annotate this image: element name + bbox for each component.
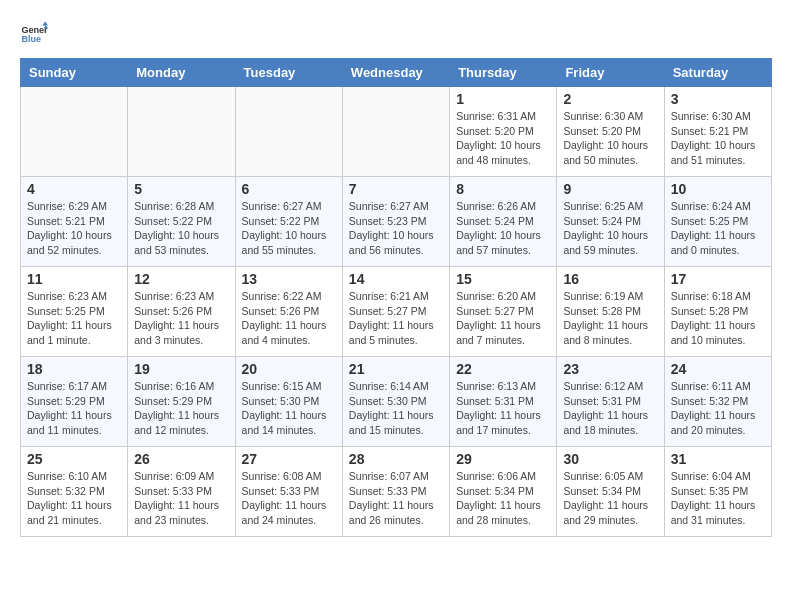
calendar-cell: 18Sunrise: 6:17 AM Sunset: 5:29 PM Dayli…: [21, 357, 128, 447]
day-number: 30: [563, 451, 657, 467]
calendar-week-row: 1Sunrise: 6:31 AM Sunset: 5:20 PM Daylig…: [21, 87, 772, 177]
day-info: Sunrise: 6:12 AM Sunset: 5:31 PM Dayligh…: [563, 379, 657, 438]
day-info: Sunrise: 6:05 AM Sunset: 5:34 PM Dayligh…: [563, 469, 657, 528]
day-number: 18: [27, 361, 121, 377]
page-header: General Blue: [20, 20, 772, 48]
day-info: Sunrise: 6:29 AM Sunset: 5:21 PM Dayligh…: [27, 199, 121, 258]
day-number: 5: [134, 181, 228, 197]
day-number: 28: [349, 451, 443, 467]
day-number: 13: [242, 271, 336, 287]
calendar-cell: [342, 87, 449, 177]
calendar-cell: 16Sunrise: 6:19 AM Sunset: 5:28 PM Dayli…: [557, 267, 664, 357]
calendar-cell: 9Sunrise: 6:25 AM Sunset: 5:24 PM Daylig…: [557, 177, 664, 267]
day-of-week-header: Wednesday: [342, 59, 449, 87]
day-number: 31: [671, 451, 765, 467]
day-of-week-header: Thursday: [450, 59, 557, 87]
calendar-week-row: 4Sunrise: 6:29 AM Sunset: 5:21 PM Daylig…: [21, 177, 772, 267]
calendar-cell: 31Sunrise: 6:04 AM Sunset: 5:35 PM Dayli…: [664, 447, 771, 537]
logo: General Blue: [20, 20, 48, 48]
day-of-week-header: Friday: [557, 59, 664, 87]
calendar-cell: 17Sunrise: 6:18 AM Sunset: 5:28 PM Dayli…: [664, 267, 771, 357]
logo-icon: General Blue: [20, 20, 48, 48]
calendar-cell: 29Sunrise: 6:06 AM Sunset: 5:34 PM Dayli…: [450, 447, 557, 537]
calendar-cell: 14Sunrise: 6:21 AM Sunset: 5:27 PM Dayli…: [342, 267, 449, 357]
calendar-header-row: SundayMondayTuesdayWednesdayThursdayFrid…: [21, 59, 772, 87]
day-number: 29: [456, 451, 550, 467]
day-info: Sunrise: 6:14 AM Sunset: 5:30 PM Dayligh…: [349, 379, 443, 438]
day-number: 9: [563, 181, 657, 197]
day-info: Sunrise: 6:19 AM Sunset: 5:28 PM Dayligh…: [563, 289, 657, 348]
day-info: Sunrise: 6:31 AM Sunset: 5:20 PM Dayligh…: [456, 109, 550, 168]
day-info: Sunrise: 6:15 AM Sunset: 5:30 PM Dayligh…: [242, 379, 336, 438]
calendar-cell: 4Sunrise: 6:29 AM Sunset: 5:21 PM Daylig…: [21, 177, 128, 267]
day-number: 11: [27, 271, 121, 287]
day-number: 2: [563, 91, 657, 107]
calendar-week-row: 25Sunrise: 6:10 AM Sunset: 5:32 PM Dayli…: [21, 447, 772, 537]
calendar-cell: 25Sunrise: 6:10 AM Sunset: 5:32 PM Dayli…: [21, 447, 128, 537]
day-of-week-header: Monday: [128, 59, 235, 87]
day-info: Sunrise: 6:27 AM Sunset: 5:22 PM Dayligh…: [242, 199, 336, 258]
day-number: 20: [242, 361, 336, 377]
day-number: 25: [27, 451, 121, 467]
day-info: Sunrise: 6:06 AM Sunset: 5:34 PM Dayligh…: [456, 469, 550, 528]
calendar-cell: 23Sunrise: 6:12 AM Sunset: 5:31 PM Dayli…: [557, 357, 664, 447]
day-number: 12: [134, 271, 228, 287]
day-info: Sunrise: 6:16 AM Sunset: 5:29 PM Dayligh…: [134, 379, 228, 438]
day-info: Sunrise: 6:22 AM Sunset: 5:26 PM Dayligh…: [242, 289, 336, 348]
day-number: 15: [456, 271, 550, 287]
day-number: 3: [671, 91, 765, 107]
day-info: Sunrise: 6:25 AM Sunset: 5:24 PM Dayligh…: [563, 199, 657, 258]
day-info: Sunrise: 6:21 AM Sunset: 5:27 PM Dayligh…: [349, 289, 443, 348]
day-info: Sunrise: 6:04 AM Sunset: 5:35 PM Dayligh…: [671, 469, 765, 528]
calendar-cell: [128, 87, 235, 177]
calendar-cell: 3Sunrise: 6:30 AM Sunset: 5:21 PM Daylig…: [664, 87, 771, 177]
calendar-cell: 2Sunrise: 6:30 AM Sunset: 5:20 PM Daylig…: [557, 87, 664, 177]
calendar-cell: 13Sunrise: 6:22 AM Sunset: 5:26 PM Dayli…: [235, 267, 342, 357]
svg-text:Blue: Blue: [21, 34, 41, 44]
calendar-cell: 30Sunrise: 6:05 AM Sunset: 5:34 PM Dayli…: [557, 447, 664, 537]
calendar-cell: 28Sunrise: 6:07 AM Sunset: 5:33 PM Dayli…: [342, 447, 449, 537]
calendar-week-row: 11Sunrise: 6:23 AM Sunset: 5:25 PM Dayli…: [21, 267, 772, 357]
day-number: 26: [134, 451, 228, 467]
day-info: Sunrise: 6:09 AM Sunset: 5:33 PM Dayligh…: [134, 469, 228, 528]
day-number: 21: [349, 361, 443, 377]
svg-marker-2: [42, 21, 48, 25]
day-info: Sunrise: 6:28 AM Sunset: 5:22 PM Dayligh…: [134, 199, 228, 258]
calendar-cell: 22Sunrise: 6:13 AM Sunset: 5:31 PM Dayli…: [450, 357, 557, 447]
day-number: 7: [349, 181, 443, 197]
day-of-week-header: Tuesday: [235, 59, 342, 87]
day-info: Sunrise: 6:07 AM Sunset: 5:33 PM Dayligh…: [349, 469, 443, 528]
calendar-cell: 19Sunrise: 6:16 AM Sunset: 5:29 PM Dayli…: [128, 357, 235, 447]
day-number: 24: [671, 361, 765, 377]
day-number: 19: [134, 361, 228, 377]
svg-text:General: General: [21, 25, 48, 35]
day-info: Sunrise: 6:26 AM Sunset: 5:24 PM Dayligh…: [456, 199, 550, 258]
calendar-cell: 1Sunrise: 6:31 AM Sunset: 5:20 PM Daylig…: [450, 87, 557, 177]
day-info: Sunrise: 6:23 AM Sunset: 5:25 PM Dayligh…: [27, 289, 121, 348]
calendar-cell: 15Sunrise: 6:20 AM Sunset: 5:27 PM Dayli…: [450, 267, 557, 357]
day-info: Sunrise: 6:17 AM Sunset: 5:29 PM Dayligh…: [27, 379, 121, 438]
day-number: 10: [671, 181, 765, 197]
calendar-cell: [235, 87, 342, 177]
day-of-week-header: Sunday: [21, 59, 128, 87]
day-info: Sunrise: 6:24 AM Sunset: 5:25 PM Dayligh…: [671, 199, 765, 258]
calendar-cell: 6Sunrise: 6:27 AM Sunset: 5:22 PM Daylig…: [235, 177, 342, 267]
day-of-week-header: Saturday: [664, 59, 771, 87]
day-info: Sunrise: 6:30 AM Sunset: 5:20 PM Dayligh…: [563, 109, 657, 168]
calendar-cell: 12Sunrise: 6:23 AM Sunset: 5:26 PM Dayli…: [128, 267, 235, 357]
day-info: Sunrise: 6:11 AM Sunset: 5:32 PM Dayligh…: [671, 379, 765, 438]
day-number: 17: [671, 271, 765, 287]
day-number: 8: [456, 181, 550, 197]
day-info: Sunrise: 6:23 AM Sunset: 5:26 PM Dayligh…: [134, 289, 228, 348]
day-number: 27: [242, 451, 336, 467]
calendar-cell: 24Sunrise: 6:11 AM Sunset: 5:32 PM Dayli…: [664, 357, 771, 447]
day-info: Sunrise: 6:27 AM Sunset: 5:23 PM Dayligh…: [349, 199, 443, 258]
calendar-week-row: 18Sunrise: 6:17 AM Sunset: 5:29 PM Dayli…: [21, 357, 772, 447]
day-info: Sunrise: 6:13 AM Sunset: 5:31 PM Dayligh…: [456, 379, 550, 438]
day-info: Sunrise: 6:08 AM Sunset: 5:33 PM Dayligh…: [242, 469, 336, 528]
day-number: 23: [563, 361, 657, 377]
day-number: 1: [456, 91, 550, 107]
calendar-cell: [21, 87, 128, 177]
calendar-cell: 8Sunrise: 6:26 AM Sunset: 5:24 PM Daylig…: [450, 177, 557, 267]
day-number: 14: [349, 271, 443, 287]
